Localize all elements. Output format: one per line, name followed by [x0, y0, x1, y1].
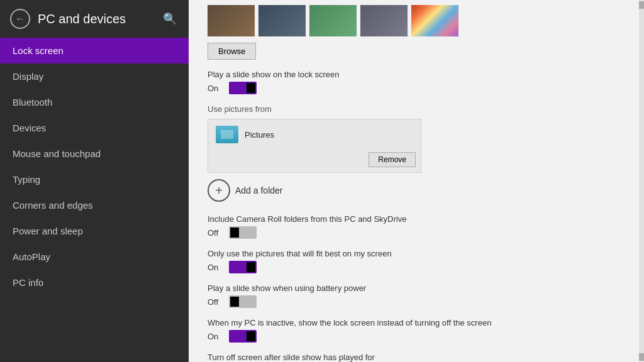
- fit-best-setting: Only use the pictures that will fit best…: [208, 249, 625, 273]
- fit-best-toggle[interactable]: [229, 261, 257, 273]
- toggle-thumb-battery: [230, 297, 239, 307]
- battery-toggle[interactable]: [229, 295, 257, 308]
- sidebar-item-power-sleep[interactable]: Power and sleep: [0, 218, 189, 244]
- fit-best-status: On: [208, 263, 223, 272]
- add-folder-icon: +: [208, 179, 230, 202]
- search-button[interactable]: 🔍: [161, 10, 179, 28]
- scroll-arrow-down[interactable]: [639, 353, 644, 361]
- slide-show-label: Play a slide show on the lock screen: [208, 70, 625, 79]
- camera-roll-toggle[interactable]: [229, 226, 257, 239]
- slide-show-toggle[interactable]: [229, 82, 257, 94]
- sidebar-title: PC and devices: [38, 12, 153, 26]
- sidebar-item-bluetooth[interactable]: Bluetooth: [0, 89, 189, 115]
- sidebar-item-typing[interactable]: Typing: [0, 167, 189, 192]
- thumbnail-5[interactable]: [411, 5, 458, 36]
- toggle-thumb-camera: [230, 228, 239, 238]
- remove-btn-row: Remove: [208, 150, 421, 172]
- slide-show-setting: Play a slide show on the lock screen On: [208, 70, 625, 94]
- camera-roll-setting: Include Camera Roll folders from this PC…: [208, 214, 625, 239]
- toggle-thumb-inactive: [247, 331, 255, 341]
- browse-button[interactable]: Browse: [208, 43, 256, 60]
- add-folder-label: Add a folder: [235, 185, 283, 195]
- add-folder-row[interactable]: + Add a folder: [208, 179, 625, 202]
- back-button[interactable]: ←: [10, 9, 30, 29]
- folder-icon: [216, 126, 238, 143]
- remove-button[interactable]: Remove: [369, 152, 416, 167]
- battery-status: Off: [208, 297, 223, 307]
- battery-setting: Play a slide show when using battery pow…: [208, 283, 625, 308]
- sidebar-item-mouse-touchpad[interactable]: Mouse and touchpad: [0, 141, 189, 167]
- camera-roll-status: Off: [208, 228, 223, 238]
- slide-show-status: On: [208, 84, 223, 93]
- battery-label: Play a slide show when using battery pow…: [208, 283, 625, 293]
- slide-show-toggle-row: On: [208, 82, 625, 94]
- back-arrow-icon: ←: [15, 14, 25, 24]
- use-pictures-label: Use pictures from: [208, 104, 625, 114]
- scroll-arrow-up[interactable]: [639, 1, 644, 9]
- thumbnail-4[interactable]: [360, 5, 408, 36]
- folder-icon-inner: [221, 130, 233, 139]
- camera-roll-toggle-row: Off: [208, 226, 625, 239]
- folder-row: Pictures: [208, 119, 421, 150]
- inactive-toggle-row: On: [208, 330, 625, 343]
- toggle-thumb: [247, 83, 255, 93]
- thumbnail-3[interactable]: [309, 5, 357, 36]
- folder-box: Pictures Remove: [208, 119, 421, 173]
- turn-off-setting: Turn off screen after slide show has pla…: [208, 353, 625, 362]
- main-content: Browse Play a slide show on the lock scr…: [189, 0, 644, 362]
- camera-roll-label: Include Camera Roll folders from this PC…: [208, 214, 625, 224]
- inactive-label: When my PC is inactive, show the lock sc…: [208, 318, 625, 327]
- scrollbar-track: [639, 0, 644, 362]
- sidebar-item-display[interactable]: Display: [0, 63, 189, 89]
- battery-toggle-row: Off: [208, 295, 625, 308]
- folder-name: Pictures: [245, 130, 413, 140]
- search-icon: 🔍: [163, 12, 177, 26]
- sidebar-item-lock-screen[interactable]: Lock screen: [0, 38, 189, 63]
- inactive-setting: When my PC is inactive, show the lock sc…: [208, 318, 625, 343]
- thumbnail-1[interactable]: [208, 5, 255, 36]
- sidebar-item-devices[interactable]: Devices: [0, 115, 189, 141]
- thumbnail-2[interactable]: [258, 5, 306, 36]
- toggle-thumb-fit: [247, 262, 255, 272]
- use-pictures-setting: Use pictures from Pictures Remove + Add …: [208, 104, 625, 202]
- inactive-status: On: [208, 332, 223, 341]
- sidebar: ← PC and devices 🔍 Lock screen Display B…: [0, 0, 189, 362]
- fit-best-label: Only use the pictures that will fit best…: [208, 249, 625, 258]
- sidebar-item-pc-info[interactable]: PC info: [0, 270, 189, 295]
- fit-best-toggle-row: On: [208, 261, 625, 273]
- turn-off-label: Turn off screen after slide show has pla…: [208, 353, 625, 362]
- inactive-toggle[interactable]: [229, 330, 257, 343]
- sidebar-header: ← PC and devices 🔍: [0, 0, 189, 38]
- sidebar-item-corners-edges[interactable]: Corners and edges: [0, 192, 189, 218]
- sidebar-item-autoplay[interactable]: AutoPlay: [0, 244, 189, 270]
- thumbnail-row: [208, 5, 625, 36]
- main-inner: Browse Play a slide show on the lock scr…: [189, 0, 644, 362]
